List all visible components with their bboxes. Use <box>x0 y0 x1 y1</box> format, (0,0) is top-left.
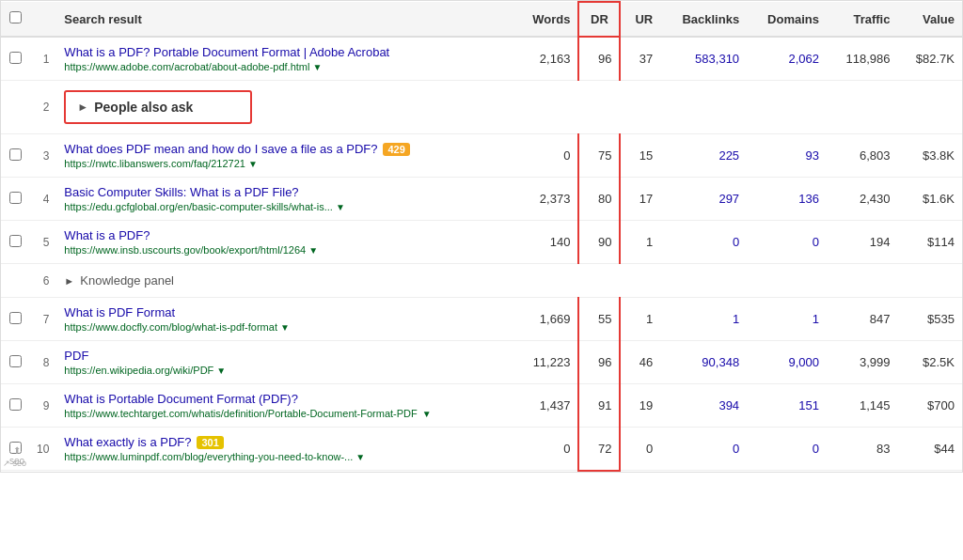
ur-cell: 46 <box>620 341 660 384</box>
traffic-cell: 847 <box>827 298 897 341</box>
table-row: 4 Basic Computer Skills: What is a PDF F… <box>1 178 962 221</box>
domains-link[interactable]: 2,062 <box>788 52 819 66</box>
backlinks-link[interactable]: 583,310 <box>695 52 739 66</box>
url-arrow-icon: ▼ <box>336 202 345 212</box>
result-title-link[interactable]: PDF <box>64 349 507 363</box>
backlinks-cell: 297 <box>660 178 747 221</box>
table-row: 2 ► People also ask <box>1 81 962 134</box>
header-checkbox-col <box>1 2 29 37</box>
url-arrow-icon: ▼ <box>312 62 322 72</box>
row-checkbox[interactable] <box>9 52 22 64</box>
result-cell: What is PDF Format https://www.docfly.co… <box>56 298 514 341</box>
traffic-cell: 3,999 <box>827 341 897 384</box>
header-words-col: Words <box>514 2 579 37</box>
result-url: https://www.adobe.com/acrobat/about-adob… <box>64 61 507 72</box>
domains-value: 0 <box>813 442 819 456</box>
num-cell: 2 <box>29 81 56 134</box>
domains-cell: 1 <box>747 298 827 341</box>
words-cell: 2,373 <box>514 178 579 221</box>
header-ur-col: UR <box>620 2 660 37</box>
result-cell: What exactly is a PDF?301 https://www.lu… <box>56 428 514 471</box>
domains-link[interactable]: 1 <box>813 312 819 326</box>
domains-cell: 0 <box>747 221 827 264</box>
header-value-col: Value <box>897 2 962 37</box>
backlinks-cell: 1 <box>660 298 747 341</box>
url-arrow-icon: ▼ <box>280 322 290 333</box>
row-checkbox[interactable] <box>9 312 22 324</box>
checkbox-cell[interactable] <box>1 37 29 81</box>
select-all-checkbox[interactable] <box>9 11 22 23</box>
result-cell: What is a PDF? https://www.insb.uscourts… <box>56 221 514 264</box>
backlinks-link[interactable]: 225 <box>718 148 739 163</box>
domains-cell: 9,000 <box>747 341 827 384</box>
backlinks-value: 0 <box>733 442 739 456</box>
num-cell: 6 <box>29 264 56 298</box>
row-checkbox[interactable] <box>9 235 22 247</box>
result-title-link[interactable]: What is Portable Document Format (PDF)? <box>64 392 507 406</box>
header-domains-col: Domains <box>747 2 827 37</box>
domains-link[interactable]: 151 <box>798 398 819 412</box>
traffic-cell: 1,145 <box>827 384 897 428</box>
traffic-cell: 2,430 <box>827 178 897 221</box>
result-cell: Basic Computer Skills: What is a PDF Fil… <box>56 178 514 221</box>
checkbox-cell[interactable] <box>1 341 29 384</box>
row-checkbox[interactable] <box>9 398 22 411</box>
result-title-link[interactable]: What does PDF mean and how do I save a f… <box>64 142 507 156</box>
ur-cell: 19 <box>620 384 660 428</box>
domains-link[interactable]: 9,000 <box>788 355 819 369</box>
backlinks-link[interactable]: 297 <box>718 192 739 206</box>
backlinks-link[interactable]: 394 <box>718 398 739 412</box>
backlinks-link[interactable]: 1 <box>733 312 739 326</box>
dr-cell: 90 <box>578 221 620 264</box>
backlinks-cell: 90,348 <box>660 341 747 384</box>
table-row: 3 What does PDF mean and how do I save a… <box>1 134 962 178</box>
checkbox-cell[interactable] <box>1 221 29 264</box>
row-checkbox[interactable] <box>9 442 22 454</box>
special-cell: ► People also ask <box>56 81 962 134</box>
row-checkbox[interactable] <box>9 148 22 161</box>
dr-cell: 96 <box>578 37 620 81</box>
result-title-link[interactable]: Basic Computer Skills: What is a PDF Fil… <box>64 185 507 199</box>
header-traffic-col: Traffic <box>827 2 897 37</box>
table-row: 8 PDF https://en.wikipedia.org/wiki/PDF … <box>1 341 962 384</box>
num-cell: 3 <box>29 134 56 178</box>
dr-cell: 75 <box>578 134 620 178</box>
num-cell: 10 <box>29 428 56 471</box>
value-cell: $700 <box>897 384 962 428</box>
expand-arrow-icon: ► <box>77 101 88 114</box>
backlinks-link[interactable]: 90,348 <box>702 355 739 369</box>
value-cell: $535 <box>897 298 962 341</box>
ur-cell: 17 <box>620 178 660 221</box>
traffic-cell: 194 <box>827 221 897 264</box>
domains-link[interactable]: 93 <box>806 148 819 163</box>
checkbox-cell[interactable] <box>1 384 29 428</box>
num-cell: 1 <box>29 37 56 81</box>
result-cell: PDF https://en.wikipedia.org/wiki/PDF ▼ <box>56 341 514 384</box>
result-title-link[interactable]: What is a PDF? <box>64 228 507 242</box>
domains-link[interactable]: 136 <box>798 192 819 206</box>
dr-cell: 80 <box>578 178 620 221</box>
backlinks-value: 0 <box>733 235 739 249</box>
traffic-cell: 118,986 <box>827 37 897 81</box>
row-checkbox[interactable] <box>9 192 22 204</box>
checkbox-cell[interactable] <box>1 298 29 341</box>
traffic-cell: 6,803 <box>827 134 897 178</box>
result-url: https://www.docfly.com/blog/what-is-pdf-… <box>64 321 507 333</box>
row-checkbox[interactable] <box>9 355 22 367</box>
domains-value: 0 <box>813 235 819 249</box>
result-cell: What is a PDF? Portable Document Format … <box>56 37 514 81</box>
backlinks-cell: 583,310 <box>660 37 747 81</box>
header-backlinks-col: Backlinks <box>660 2 747 37</box>
checkbox-cell[interactable] <box>1 178 29 221</box>
result-url: https://www.insb.uscourts.gov/book/expor… <box>64 244 507 256</box>
result-title-link[interactable]: What is a PDF? Portable Document Format … <box>64 45 507 59</box>
url-arrow-icon: ▼ <box>308 245 318 256</box>
result-title-link[interactable]: What is PDF Format <box>64 305 507 319</box>
backlinks-cell: 0 <box>660 428 747 471</box>
result-title-link[interactable]: What exactly is a PDF?301 <box>64 435 507 449</box>
checkbox-cell[interactable] <box>1 134 29 178</box>
checkbox-cell[interactable]: ↗ seo <box>1 428 29 471</box>
result-cell: What does PDF mean and how do I save a f… <box>56 134 514 178</box>
table-row: 9 What is Portable Document Format (PDF)… <box>1 384 962 428</box>
knowledge-cell: ► Knowledge panel <box>56 264 962 298</box>
